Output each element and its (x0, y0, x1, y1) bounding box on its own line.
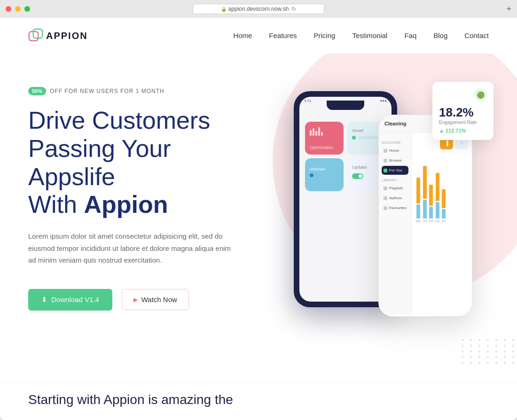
phone-card-optimization: Optimization (305, 122, 344, 155)
new-tab-button[interactable]: + (506, 4, 511, 14)
sidebar-for-you[interactable]: For You (382, 166, 408, 175)
hero-right: 🟢 18.2% Engagement Rate ▲ 112.71% 9:41 ●… (258, 72, 489, 354)
nav-blog[interactable]: Blog (433, 31, 447, 39)
library-label: LIBRARY (382, 179, 408, 182)
phone-card-malware: Malware (305, 158, 344, 191)
sidebar-authors[interactable]: Authors (382, 194, 408, 202)
hero-section: 50% OFF FOR NEW USERS FOR 1 MONTH Drive … (0, 54, 517, 382)
headline-line2: Passing Your Appslife (28, 135, 171, 190)
maximize-button[interactable] (24, 6, 30, 12)
phone-notch (327, 101, 364, 110)
bottom-teaser: Starting with Appion is amazing the (0, 382, 517, 417)
logo-icon (28, 28, 43, 43)
nav-home[interactable]: Home (233, 31, 252, 39)
close-button[interactable] (6, 6, 11, 12)
headline-line3-normal: With (28, 191, 84, 218)
phone-screen-content: Optimization Smart (299, 105, 392, 201)
download-label: Download V1.4 (51, 296, 99, 303)
hero-headline: Drive Customers Passing Your Appslife Wi… (28, 107, 258, 219)
badge-percent: 50% (28, 87, 46, 95)
logo[interactable]: APPION (28, 28, 88, 43)
hero-buttons: ⬇ Download V1.4 ▶ Watch Now (28, 289, 258, 311)
watch-label: Watch Now (141, 296, 177, 303)
nav-features[interactable]: Features (269, 31, 297, 39)
engagement-percent: 18.2% (439, 105, 487, 120)
engagement-icon: 🟢 (474, 88, 487, 101)
nav-links: Home Features Pricing Testimonial Faq Bl… (233, 31, 489, 40)
hero-left: 50% OFF FOR NEW USERS FOR 1 MONTH Drive … (28, 72, 258, 354)
navbar: APPION Home Features Pricing Testimonial… (0, 18, 517, 54)
sidebar-home[interactable]: Home (382, 146, 408, 155)
watch-button[interactable]: ▶ Watch Now (122, 289, 189, 310)
browser-window: 🔒 appion.devscorn.now.sh ↻ + APPION Home… (0, 0, 517, 420)
phone-main-screen: 9:41 ●●● (299, 97, 392, 302)
download-icon: ⬇ (41, 296, 47, 304)
engagement-label: Engagement Rate (439, 120, 487, 125)
nav-contact[interactable]: Contact (464, 31, 489, 39)
phone2-chart: WE TH (415, 178, 468, 225)
phone2-sidebar: DISCOVER Home Browse (379, 132, 412, 315)
hero-subtext: Lorem ipsum dolor sit amet consectetur a… (28, 230, 240, 266)
sidebar-playlists[interactable]: Playlists (382, 184, 408, 193)
nav-faq[interactable]: Faq (404, 31, 416, 39)
headline-line1: Drive Customers (28, 107, 210, 134)
sidebar-browse[interactable]: Browse (382, 156, 408, 165)
nav-pricing[interactable]: Pricing (314, 31, 336, 39)
engagement-change: ▲ 112.71% (439, 128, 487, 133)
mini-chart (310, 126, 339, 136)
url-text: appion.devscorn.now.sh (228, 6, 289, 12)
card-label-optimization: Optimization (310, 145, 339, 150)
minimize-button[interactable] (15, 6, 21, 12)
engagement-card: 🟢 18.2% Engagement Rate ▲ 112.71% (432, 82, 494, 140)
bottom-teaser-text: Starting with Appion is amazing the (28, 392, 233, 407)
phone-row-1: Optimization Smart (305, 122, 386, 155)
discover-label: DISCOVER (382, 141, 408, 144)
phone-second: Cleaning ≡ DISCOVER Home (378, 115, 472, 317)
phone-row-2: Malware Updater (305, 158, 386, 191)
nav-testimonial[interactable]: Testimonial (352, 31, 387, 39)
refresh-icon[interactable]: ↻ (291, 6, 296, 12)
dot-pattern (462, 339, 517, 364)
mini-toggle[interactable] (352, 173, 363, 179)
phone2-title: Cleaning (384, 121, 406, 126)
download-button[interactable]: ⬇ Download V1.4 (28, 289, 112, 311)
page-content: APPION Home Features Pricing Testimonial… (0, 18, 517, 417)
logo-text: APPION (46, 31, 88, 41)
badge-description: OFF FOR NEW USERS FOR 1 MONTH (50, 88, 164, 94)
play-icon: ▶ (133, 296, 138, 303)
phone2-main: ▐ ~ WE (412, 132, 472, 315)
browser-titlebar: 🔒 appion.devscorn.now.sh ↻ + (0, 0, 517, 18)
lock-icon: 🔒 (221, 7, 227, 12)
phone2-content: DISCOVER Home Browse (379, 132, 472, 315)
address-bar[interactable]: 🔒 appion.devscorn.now.sh ↻ (193, 4, 324, 14)
headline-brand: Appion (84, 191, 168, 218)
promo-badge: 50% OFF FOR NEW USERS FOR 1 MONTH (28, 87, 164, 95)
sidebar-favourites[interactable]: Favourites (382, 203, 408, 212)
